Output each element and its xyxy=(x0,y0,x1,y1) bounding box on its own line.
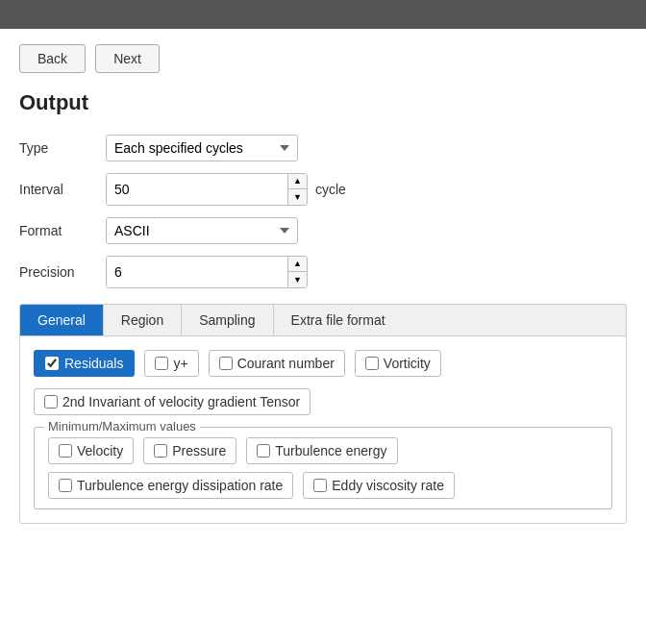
precision-input-wrap: ▲ ▼ xyxy=(106,256,308,288)
yplus-checkbox[interactable] xyxy=(155,357,168,370)
interval-spinner: ▲ ▼ xyxy=(287,174,307,205)
interval-control: ▲ ▼ cycle xyxy=(106,173,627,206)
precision-up[interactable]: ▲ xyxy=(288,257,307,272)
format-select[interactable]: ASCII Binary xyxy=(106,217,298,244)
turbulence-dissipation-checkbox[interactable] xyxy=(59,479,72,492)
minmax-group: Minimum/Maximum values Velocity Pressure… xyxy=(34,427,612,509)
minmax-legend: Minimum/Maximum values xyxy=(44,419,200,433)
type-select[interactable]: Each specified cycles Each time step At … xyxy=(106,135,298,161)
invariant-label: 2nd Invariant of velocity gradient Tenso… xyxy=(62,394,300,409)
vorticity-label: Vorticity xyxy=(384,356,431,371)
precision-control: ▲ ▼ xyxy=(106,256,627,288)
residuals-checkbox-item[interactable]: Residuals xyxy=(34,350,135,377)
page-title: Output xyxy=(19,90,627,115)
interval-unit: cycle xyxy=(315,182,346,197)
vorticity-checkbox-item[interactable]: Vorticity xyxy=(355,350,441,377)
minmax-row-2: Turbulence energy dissipation rate Eddy … xyxy=(48,472,598,499)
type-label: Type xyxy=(19,140,106,156)
turbulence-energy-checkbox-item[interactable]: Turbulence energy xyxy=(246,437,397,464)
button-row: Back Next xyxy=(19,44,627,73)
interval-down[interactable]: ▼ xyxy=(288,189,307,205)
yplus-checkbox-item[interactable]: y+ xyxy=(144,350,198,377)
minmax-row-1: Velocity Pressure Turbulence energy xyxy=(48,437,598,464)
precision-input[interactable] xyxy=(107,257,287,287)
velocity-checkbox[interactable] xyxy=(59,444,72,458)
interval-up[interactable]: ▲ xyxy=(288,174,307,189)
courant-checkbox[interactable] xyxy=(219,357,233,370)
invariant-checkbox-item[interactable]: 2nd Invariant of velocity gradient Tenso… xyxy=(34,388,311,415)
eddy-viscosity-checkbox[interactable] xyxy=(313,479,327,492)
output-form: Type Each specified cycles Each time ste… xyxy=(19,135,627,288)
interval-input-wrap: ▲ ▼ xyxy=(106,173,308,206)
tab-region[interactable]: Region xyxy=(104,305,182,335)
residuals-label: Residuals xyxy=(64,356,123,371)
next-button[interactable]: Next xyxy=(95,44,160,73)
format-label: Format xyxy=(19,223,106,238)
invariant-checkbox[interactable] xyxy=(44,395,58,409)
tab-general[interactable]: General xyxy=(20,305,104,335)
top-bar xyxy=(0,0,646,29)
checkbox-row-2: 2nd Invariant of velocity gradient Tenso… xyxy=(34,388,612,415)
tab-sampling[interactable]: Sampling xyxy=(182,305,273,335)
velocity-checkbox-item[interactable]: Velocity xyxy=(48,437,134,464)
precision-spinner: ▲ ▼ xyxy=(287,257,307,287)
pressure-checkbox[interactable] xyxy=(154,444,167,458)
precision-label: Precision xyxy=(19,264,106,280)
interval-label: Interval xyxy=(19,182,106,197)
residuals-checkbox[interactable] xyxy=(45,357,59,370)
pressure-checkbox-item[interactable]: Pressure xyxy=(143,437,236,464)
turbulence-dissipation-label: Turbulence energy dissipation rate xyxy=(77,478,283,493)
checkbox-row-1: Residuals y+ Courant number Vorticity xyxy=(34,350,612,377)
precision-down[interactable]: ▼ xyxy=(288,272,307,287)
format-control: ASCII Binary xyxy=(106,217,627,244)
turbulence-energy-label: Turbulence energy xyxy=(275,443,386,458)
main-content: Back Next Output Type Each specified cyc… xyxy=(0,29,646,539)
turbulence-dissipation-checkbox-item[interactable]: Turbulence energy dissipation rate xyxy=(48,472,293,499)
pressure-label: Pressure xyxy=(172,443,226,458)
tab-extra-file-format[interactable]: Extra file format xyxy=(274,305,403,335)
yplus-label: y+ xyxy=(173,356,187,371)
type-control: Each specified cycles Each time step At … xyxy=(106,135,627,161)
tabs-bar: General Region Sampling Extra file forma… xyxy=(19,304,627,335)
eddy-viscosity-checkbox-item[interactable]: Eddy viscosity rate xyxy=(303,472,455,499)
back-button[interactable]: Back xyxy=(19,44,86,73)
tab-content-general: Residuals y+ Courant number Vorticity 2n… xyxy=(19,335,627,524)
velocity-label: Velocity xyxy=(77,443,123,458)
vorticity-checkbox[interactable] xyxy=(365,357,379,370)
eddy-viscosity-label: Eddy viscosity rate xyxy=(332,478,444,493)
courant-checkbox-item[interactable]: Courant number xyxy=(209,350,345,377)
turbulence-energy-checkbox[interactable] xyxy=(257,444,270,458)
interval-input[interactable] xyxy=(107,174,287,205)
courant-label: Courant number xyxy=(237,356,335,371)
